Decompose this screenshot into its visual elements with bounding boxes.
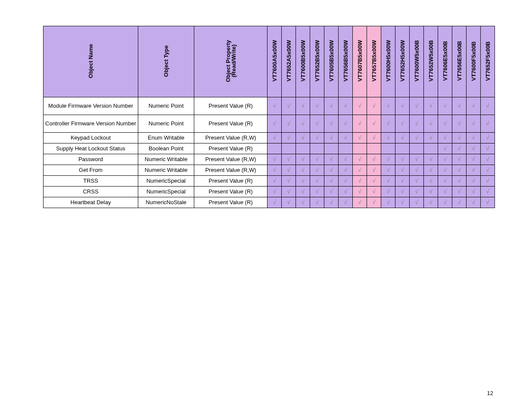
check-cell: √ [339,154,353,165]
check-cell: √ [410,187,424,197]
check-cell: √ [395,154,410,165]
check-cell: √ [395,165,410,176]
check-cell: √ [481,197,495,208]
check-icon: √ [287,120,290,127]
check-cell: √ [410,115,424,133]
check-icon: √ [386,120,389,127]
check-cell: √ [324,165,339,176]
header-model: VT7656B5x00W [339,26,353,97]
check-cell: √ [467,187,481,197]
check-cell: √ [424,176,438,187]
check-cell: √ [268,176,282,187]
header-model: VT7600F5x00B [467,26,481,97]
check-icon: √ [372,188,375,195]
check-cell: √ [367,97,381,115]
check-cell: √ [367,115,381,133]
check-cell: √ [381,97,395,115]
check-cell: √ [282,115,296,133]
cell-prop: Present Value (R) [194,115,268,133]
check-cell: √ [438,197,452,208]
check-icon: √ [287,167,290,173]
check-icon: √ [401,120,404,127]
check-cell [381,143,395,154]
check-cell: √ [324,154,339,165]
check-cell: √ [296,176,310,187]
header-model: VT7600B5x00W [296,26,310,97]
check-icon: √ [415,188,418,195]
check-icon: √ [443,188,446,195]
check-icon: √ [457,134,460,141]
check-cell: √ [353,187,367,197]
table-row: Controller Firmware Version NumberNumeri… [44,115,495,133]
check-cell: √ [452,197,467,208]
check-icon: √ [386,188,389,195]
header-model-label: VT7600A5x00W [272,40,277,81]
table-row: Heartbeat DelayNumericNoStalePresent Val… [44,197,495,208]
check-cell: √ [381,187,395,197]
check-icon: √ [358,188,361,195]
table-body: Module Firmware Version NumberNumeric Po… [44,97,495,208]
header-model-label: VT7606E5x00B [442,41,448,81]
check-cell: √ [381,115,395,133]
check-icon: √ [457,156,460,162]
cell-type: Boolean Point [138,143,194,154]
header-model: VT7605B5x00W [324,26,339,97]
check-cell: √ [282,133,296,143]
check-icon: √ [457,188,460,195]
check-cell: √ [268,115,282,133]
header-model: VT7652F5x00B [481,26,495,97]
check-cell: √ [367,187,381,197]
check-icon: √ [472,188,475,195]
check-icon: √ [386,167,389,173]
check-cell: √ [481,143,495,154]
check-icon: √ [429,188,432,195]
check-icon: √ [486,188,489,195]
cell-type: Numeric Point [138,115,194,133]
check-icon: √ [273,156,276,162]
check-cell: √ [268,133,282,143]
cell-type: Numeric Writable [138,154,194,165]
check-cell: √ [438,154,452,165]
check-icon: √ [457,103,460,109]
check-cell: √ [410,154,424,165]
check-cell: √ [339,187,353,197]
check-cell: √ [296,165,310,176]
header-model-label: VT7605B5x00W [329,40,334,81]
check-icon: √ [372,120,375,127]
check-cell: √ [268,154,282,165]
check-icon: √ [358,156,361,162]
check-icon: √ [443,199,446,206]
check-icon: √ [457,145,460,152]
check-icon: √ [301,103,304,109]
check-icon: √ [429,134,432,141]
check-icon: √ [344,188,347,195]
check-cell [324,143,339,154]
table-row: TRSSNumericSpecialPresent Value (R)√√√√√… [44,176,495,187]
check-cell: √ [467,97,481,115]
check-icon: √ [457,177,460,184]
check-icon: √ [415,156,418,162]
check-cell: √ [481,115,495,133]
check-icon: √ [315,156,318,162]
header-row: Object Name Object Type Object Property … [44,26,495,97]
check-icon: √ [344,134,347,141]
check-cell: √ [438,133,452,143]
check-icon: √ [315,134,318,141]
check-cell: √ [282,176,296,187]
check-cell: √ [310,176,324,187]
check-cell: √ [268,97,282,115]
check-cell: √ [324,187,339,197]
check-cell: √ [296,133,310,143]
check-cell: √ [438,165,452,176]
check-cell: √ [339,165,353,176]
check-icon: √ [401,199,404,206]
check-icon: √ [472,145,475,152]
header-model-label: VT7652F5x00B [485,41,491,81]
header-object-prop-label: Object Property (Read/Write) [225,40,236,82]
check-cell [424,143,438,154]
header-model-label: VT7600F5x00B [471,41,476,81]
check-icon: √ [358,120,361,127]
table-row: Get FromNumeric WritablePresent Value (R… [44,165,495,176]
check-icon: √ [472,199,475,206]
check-cell: √ [467,143,481,154]
